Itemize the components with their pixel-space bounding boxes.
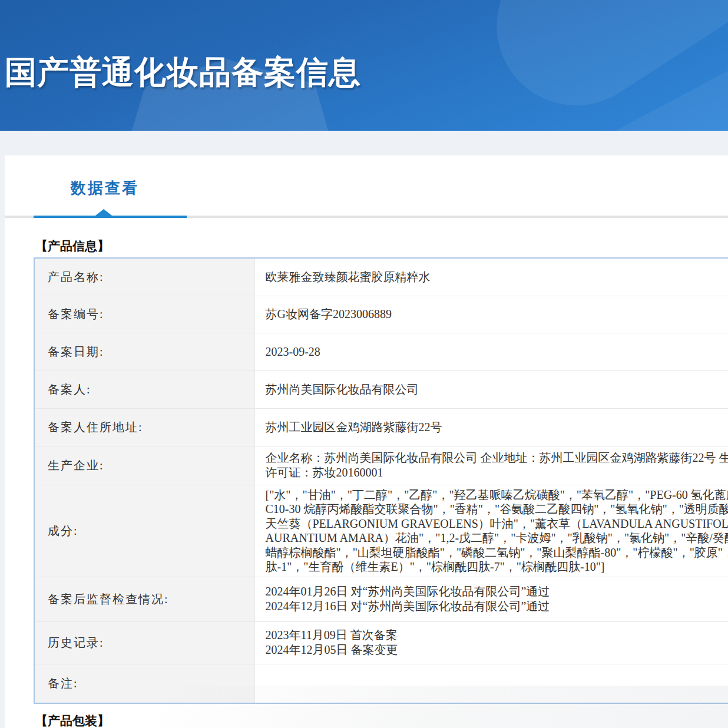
page-banner: 国产普通化妆品备案信息 xyxy=(0,0,728,131)
table-row: 备案人住所地址:苏州工业园区金鸡湖路紫藤街22号 xyxy=(35,408,728,446)
table-row: 备案编号:苏G妆网备字2023006889 xyxy=(35,296,728,333)
value-line: 许可证：苏妆20160001 xyxy=(266,465,728,480)
table-row: 备案后监督检查情况:2024年01月26日 对“苏州尚美国际化妆品有限公司”通过… xyxy=(35,577,728,621)
value-line: AURANTIUM AMARA）花油"，"1,2-戊二醇"，"卡波姆"，"乳酸钠… xyxy=(266,531,728,545)
page-title: 国产普通化妆品备案信息 xyxy=(5,53,361,92)
value-line: 2024年12月05日 备案变更 xyxy=(266,643,728,657)
row-value: 欧莱雅金致臻颜花蜜胶原精粹水 xyxy=(254,259,728,296)
tab-data-view[interactable]: 数据查看 xyxy=(71,179,139,198)
value-line: 苏G妆网备字2023006889 xyxy=(266,307,728,322)
table-row: 产品名称:欧莱雅金致臻颜花蜜胶原精粹水 xyxy=(35,259,728,296)
table-row: 成分:["水"，"甘油"，"丁二醇"，"乙醇"，"羟乙基哌嗪乙烷磺酸"，"苯氧乙… xyxy=(35,485,728,577)
row-label: 备注: xyxy=(35,664,254,703)
value-line: 2024年01月26日 对“苏州尚美国际化妆品有限公司”通过 xyxy=(266,584,728,599)
row-label: 备案编号: xyxy=(35,296,254,333)
value-line: ["水"，"甘油"，"丁二醇"，"乙醇"，"羟乙基哌嗪乙烷磺酸"，"苯氧乙醇"，… xyxy=(266,488,728,502)
row-value: 2023年11月09日 首次备案2024年12月05日 备案变更 xyxy=(254,621,728,664)
row-label: 历史记录: xyxy=(35,621,254,664)
product-packaging-heading: 【产品包装】 xyxy=(35,714,110,728)
value-line: 天竺葵（PELARGONIUM GRAVEOLENS）叶油"，"薰衣草（LAVA… xyxy=(266,517,728,531)
active-tab-arrow-icon xyxy=(95,209,112,216)
row-label: 生产企业: xyxy=(35,446,254,485)
content-panel: 数据查看 【产品信息】 产品名称:欧莱雅金致臻颜花蜜胶原精粹水备案编号:苏G妆网… xyxy=(5,155,728,728)
row-value: 苏G妆网备字2023006889 xyxy=(254,296,728,333)
value-line: 2023-09-28 xyxy=(266,345,728,359)
value-line: 企业名称：苏州尚美国际化妆品有限公司 企业地址：苏州工业园区金鸡湖路紫藤街22号… xyxy=(266,451,728,465)
value-line: C10-30 烷醇丙烯酸酯交联聚合物"，"香精"，"谷氨酸二乙酸四钠"，"氢氧化… xyxy=(266,502,728,517)
row-label: 成分: xyxy=(35,485,254,577)
table-row: 历史记录:2023年11月09日 首次备案2024年12月05日 备案变更 xyxy=(35,621,728,664)
table-row: 备注: xyxy=(35,664,728,703)
row-label: 备案人住所地址: xyxy=(35,408,254,446)
product-info-heading: 【产品信息】 xyxy=(35,239,110,253)
table-row: 备案日期:2023-09-28 xyxy=(35,333,728,370)
value-line: 苏州尚美国际化妆品有限公司 xyxy=(266,382,728,397)
row-value xyxy=(254,664,728,703)
value-line: 肽-1"，"生育酚（维生素E）"，"棕榈酰四肽-7"，"棕榈酰四肽-10"] xyxy=(266,560,728,574)
row-value: 苏州尚美国际化妆品有限公司 xyxy=(254,370,728,408)
row-value: 企业名称：苏州尚美国际化妆品有限公司 企业地址：苏州工业园区金鸡湖路紫藤街22号… xyxy=(254,446,728,485)
product-info-table: 产品名称:欧莱雅金致臻颜花蜜胶原精粹水备案编号:苏G妆网备字2023006889… xyxy=(34,257,728,704)
row-label: 备案后监督检查情况: xyxy=(35,577,254,621)
row-value: 2024年01月26日 对“苏州尚美国际化妆品有限公司”通过2024年12月16… xyxy=(254,577,728,621)
value-line: 苏州工业园区金鸡湖路紫藤街22号 xyxy=(266,420,728,435)
row-label: 产品名称: xyxy=(35,259,254,296)
value-line: 欧莱雅金致臻颜花蜜胶原精粹水 xyxy=(266,270,728,284)
table-row: 生产企业:企业名称：苏州尚美国际化妆品有限公司 企业地址：苏州工业园区金鸡湖路紫… xyxy=(35,446,728,485)
table-row: 备案人:苏州尚美国际化妆品有限公司 xyxy=(35,370,728,408)
row-value: ["水"，"甘油"，"丁二醇"，"乙醇"，"羟乙基哌嗪乙烷磺酸"，"苯氧乙醇"，… xyxy=(254,485,728,577)
active-tab-indicator xyxy=(34,216,187,218)
row-value: 2023-09-28 xyxy=(254,333,728,370)
row-value: 苏州工业园区金鸡湖路紫藤街22号 xyxy=(254,408,728,446)
row-label: 备案人: xyxy=(35,370,254,408)
value-line: 2024年12月16日 对“苏州尚美国际化妆品有限公司”通过 xyxy=(266,599,728,614)
value-line: 2023年11月09日 首次备案 xyxy=(266,628,728,643)
row-label: 备案日期: xyxy=(35,333,254,370)
value-line: 蜡醇棕榈酸酯"，"山梨坦硬脂酸酯"，"磷酸二氢钠"，"聚山梨醇酯-80"，"柠檬… xyxy=(266,545,728,560)
